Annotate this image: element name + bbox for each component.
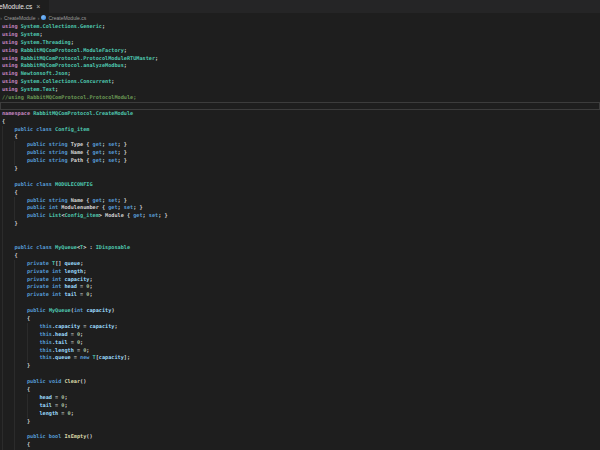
code-line[interactable]: private T[] queue;	[0, 260, 600, 268]
code-line[interactable]: }	[0, 220, 600, 228]
code-line[interactable]: {	[0, 252, 600, 260]
tab-createmodule-cs[interactable]: CreateModule.cs ×	[0, 0, 49, 13]
code-token-k: public class	[15, 181, 56, 187]
code-line[interactable]: private int capacity;	[0, 276, 600, 284]
code-token-p: ;	[64, 402, 67, 408]
indent-guide	[2, 386, 3, 394]
code-line[interactable]: using Newtonsoft.Json;	[0, 70, 600, 78]
code-line[interactable]	[0, 236, 600, 244]
code-token-p: =	[58, 410, 67, 416]
code-token-p: ;	[80, 339, 83, 345]
indent-guide	[2, 244, 3, 252]
indent-guide	[2, 425, 3, 433]
code-token-t: System	[21, 31, 40, 37]
code-token-t: List	[49, 212, 62, 218]
code-line[interactable]: using System.Collections.Concurrent;	[0, 78, 600, 86]
code-line[interactable]: namespace RabbitMQComProtocol.CreateModu…	[0, 110, 600, 118]
indent-guide	[2, 181, 3, 189]
indent-guide	[2, 260, 3, 268]
code-line[interactable]: public string Name { get; set; }	[0, 197, 600, 205]
code-token-p: =	[77, 291, 86, 297]
code-line[interactable]: }	[0, 418, 600, 426]
indent-guide	[14, 157, 15, 165]
code-token-t: RabbitMQComProtocol.CreateModule	[33, 110, 133, 116]
code-line[interactable]	[0, 173, 600, 181]
code-token-p: )	[111, 307, 114, 313]
code-line[interactable]	[0, 299, 600, 307]
code-line[interactable]: public void Clear()	[0, 378, 600, 386]
breadcrumb-item-folder[interactable]: CreateModule	[4, 15, 35, 21]
code-line[interactable]: this.length = 0;	[0, 347, 600, 355]
code-line[interactable]: public class Config_item	[0, 126, 600, 134]
code-line[interactable]: using System.Text;	[0, 86, 600, 94]
code-line[interactable]: head = 0;	[0, 394, 600, 402]
code-line[interactable]: tail = 0;	[0, 402, 600, 410]
code-line[interactable]: public List<Config_item> Module { get; s…	[0, 212, 600, 220]
breadcrumb-item-file[interactable]: CreateModule.cs	[48, 15, 86, 21]
code-token-t: MODULECONFIG	[55, 181, 92, 187]
code-token-p: ;	[89, 276, 92, 282]
code-token-v: capacity	[55, 323, 80, 329]
indent-guide	[14, 425, 15, 433]
indent-guide	[2, 370, 3, 378]
code-line[interactable]: using System;	[0, 31, 600, 39]
indent-guide	[2, 220, 3, 228]
code-line[interactable]: {	[0, 441, 600, 449]
code-line-highlighted[interactable]	[0, 102, 600, 110]
code-line[interactable]: using System.Collections.Generic;	[0, 23, 600, 31]
code-line[interactable]: this.tail = 0;	[0, 339, 600, 347]
code-line[interactable]: using RabbitMQComProtocol.ProtocolModule…	[0, 55, 600, 63]
indent-guide	[2, 323, 3, 331]
code-line[interactable]: public bool IsEmpty()	[0, 433, 600, 441]
code-line[interactable]: public string Path { get; set; }	[0, 157, 600, 165]
code-line[interactable]: public class MODULECONFIG	[0, 181, 600, 189]
code-line[interactable]: private int length;	[0, 268, 600, 276]
indent-guide	[14, 291, 15, 299]
code-token-v: tail	[55, 339, 68, 345]
code-area[interactable]: using System.Collections.Generic;using S…	[0, 22, 600, 450]
code-line[interactable]	[0, 425, 600, 433]
code-line[interactable]: using RabbitMQComProtocol.analyzeModbus;	[0, 62, 600, 70]
code-line[interactable]: this.capacity = capacity;	[0, 323, 600, 331]
code-line[interactable]: }	[0, 165, 600, 173]
code-line[interactable]: private int head = 0;	[0, 283, 600, 291]
code-line[interactable]: {	[0, 133, 600, 141]
code-line[interactable]: //using RabbitMQComProtocol.ProtocolModu…	[0, 94, 600, 102]
code-line[interactable]: public class MyQueue<T> : IDisposable	[0, 244, 600, 252]
code-line[interactable]: this.queue = new T[capacity];	[0, 354, 600, 362]
code-token-p: ;	[89, 283, 92, 289]
indent-guide	[14, 149, 15, 157]
code-line[interactable]: public MyQueue(int capacity)	[0, 307, 600, 315]
code-token-p: > :	[83, 244, 96, 250]
code-line[interactable]: public string Type { get; set; }	[0, 141, 600, 149]
code-token-p: }	[2, 418, 30, 424]
close-icon[interactable]: ×	[36, 3, 40, 10]
code-line[interactable]: using RabbitMQComProtocol.ModuleFactory;	[0, 47, 600, 55]
code-token-t: IDisposable	[96, 244, 130, 250]
code-line[interactable]: this.head = 0;	[0, 331, 600, 339]
code-token-kc: namespace	[2, 110, 33, 116]
code-token-k: public class	[15, 244, 56, 250]
code-line[interactable]: }	[0, 362, 600, 370]
code-line[interactable]: length = 0;	[0, 410, 600, 418]
indent-guide	[2, 339, 3, 347]
code-line[interactable]: public int Modulenumber { get; set; }	[0, 204, 600, 212]
code-token-p: []	[55, 260, 64, 266]
code-line[interactable]: using System.Threading;	[0, 39, 600, 47]
code-line[interactable]: {	[0, 386, 600, 394]
code-token-k: get	[93, 149, 102, 155]
code-line[interactable]	[0, 370, 600, 378]
code-token-k: public string	[27, 197, 71, 203]
indent-guide	[14, 378, 15, 386]
indent-guide	[2, 307, 3, 315]
code-line[interactable]: public string Name { get; set; }	[0, 149, 600, 157]
code-line[interactable]: {	[0, 315, 600, 323]
code-token-p: ;	[114, 323, 117, 329]
code-token-t: System.Text	[21, 86, 55, 92]
code-token-t: MyQueue	[49, 307, 71, 313]
code-line[interactable]: {	[0, 189, 600, 197]
code-line[interactable]: private int tail = 0;	[0, 291, 600, 299]
code-line[interactable]	[0, 228, 600, 236]
code-line[interactable]: {	[0, 118, 600, 126]
code-token-k: set	[108, 141, 117, 147]
